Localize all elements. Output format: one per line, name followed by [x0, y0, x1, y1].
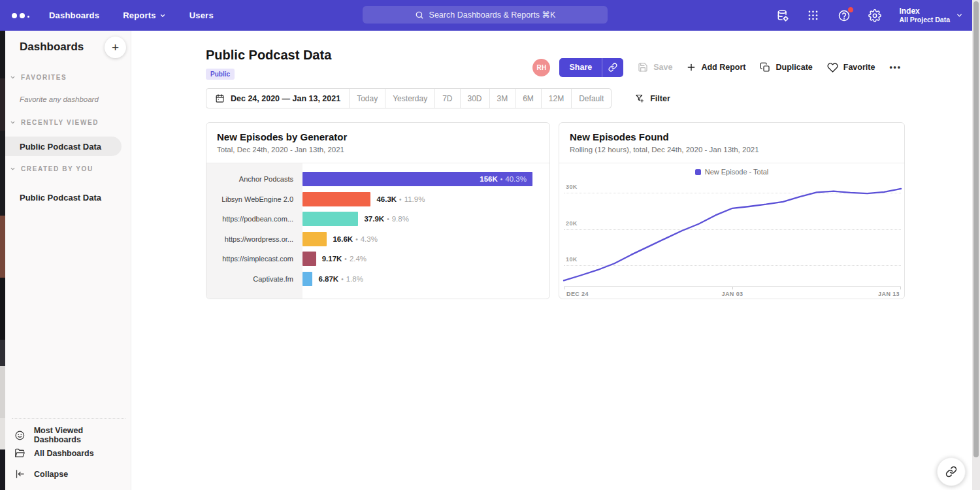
most-viewed-dashboards-label: Most Viewed Dashboards [34, 426, 131, 444]
sidebar: Dashboards + FAVORITES Favorite any dash… [5, 31, 131, 490]
search-placeholder: Search Dashboards & Reports ⌘K [429, 10, 556, 20]
preset-default[interactable]: Default [571, 89, 611, 108]
chevron-down-icon [10, 166, 16, 172]
nav-dashboards[interactable]: Dashboards [49, 10, 99, 20]
line-chart-subtitle: Rolling (12 hours), total, Dec 24th, 202… [570, 146, 894, 154]
date-filter-toolbar: Dec 24, 2020 — Jan 13, 2021 Today Yester… [206, 88, 670, 108]
settings-gear-icon[interactable] [868, 9, 881, 22]
bar-row-podbean: https://podbean.com... 37.9K•9.8% [206, 212, 541, 226]
preset-30d[interactable]: 30D [460, 89, 489, 108]
bar-chart-plot: Anchor Podcasts 156K•40.3% Libsyn WebEng… [206, 163, 549, 299]
bar-captivate [302, 272, 312, 286]
bar-value-label: 156K•40.3% [480, 175, 532, 183]
plus-icon [687, 63, 696, 72]
data-sources-icon[interactable] [776, 9, 789, 22]
filter-funnel-icon [635, 93, 645, 103]
section-recently-viewed[interactable]: RECENTLY VIEWED [10, 119, 99, 126]
section-created-by-you-label: CREATED BY YOU [21, 165, 93, 172]
bar-chart-header: New Episodes by Generator Total, Dec 24t… [206, 123, 549, 163]
preset-3m[interactable]: 3M [489, 89, 515, 108]
bar-category-label: Captivate.fm [206, 275, 302, 283]
sidebar-item-public-podcast-data[interactable]: Public Podcast Data [5, 137, 122, 156]
share-split-button: Share [559, 58, 623, 77]
line-chart-card: New Episodes Found Rolling (12 hours), t… [559, 122, 905, 299]
xtick-jan13: JAN 13 [878, 291, 900, 297]
floating-link-button[interactable] [937, 457, 966, 486]
nav-dashboards-label: Dashboards [49, 10, 99, 20]
chart-legend: New Episode - Total [559, 168, 904, 176]
sidebar-item-public-podcast-data-created[interactable]: Public Podcast Data [5, 188, 122, 207]
bar-chart-title: New Episodes by Generator [217, 131, 539, 142]
all-dashboards-label: All Dashboards [34, 449, 94, 458]
section-created-by-you[interactable]: CREATED BY YOU [10, 165, 93, 172]
nav-users[interactable]: Users [189, 10, 214, 20]
bar-value-label: 37.9K•9.8% [364, 215, 408, 223]
bar-category-label: Libsyn WebEngine 2.0 [206, 195, 302, 203]
xtick-mark [564, 287, 564, 289]
bar-row-simplecast: https://simplecast.com 9.17K•2.4% [206, 252, 541, 266]
new-dashboard-button[interactable]: + [105, 37, 126, 58]
preset-yesterday[interactable]: Yesterday [385, 89, 434, 108]
search-input[interactable]: Search Dashboards & Reports ⌘K [363, 6, 608, 24]
preset-7d[interactable]: 7D [434, 89, 459, 108]
nav-users-label: Users [189, 10, 214, 20]
bar-row-wordpress: https://wordpress.or... 16.6K•4.3% [206, 232, 541, 246]
workspace-switcher[interactable]: Index All Project Data [899, 7, 963, 24]
preset-12m[interactable]: 12M [541, 89, 571, 108]
bar-row-libsyn: Libsyn WebEngine 2.0 46.3K•11.9% [206, 192, 541, 206]
share-label: Share [569, 63, 592, 72]
share-link-button[interactable] [602, 58, 623, 77]
nav-reports[interactable]: Reports [123, 10, 166, 20]
date-range-picker[interactable]: Dec 24, 2020 — Jan 13, 2021 [206, 89, 349, 108]
scrollbar-thumb[interactable] [973, 1, 979, 457]
collapse-label: Collapse [34, 470, 68, 479]
preset-today[interactable]: Today [349, 89, 385, 108]
folder-icon [14, 448, 25, 459]
favorite-button[interactable]: Favorite [827, 62, 875, 73]
section-recently-viewed-label: RECENTLY VIEWED [21, 119, 99, 126]
preset-6m[interactable]: 6M [515, 89, 541, 108]
duplicate-icon [760, 62, 770, 73]
more-options-button[interactable]: ••• [889, 63, 902, 72]
main-content: Public Podcast Data Public RH Share Save… [131, 31, 972, 490]
bar-category-label: Anchor Podcasts [206, 175, 302, 183]
apps-grid-icon[interactable] [807, 9, 820, 22]
share-button[interactable]: Share [559, 58, 602, 77]
sidebar-item-label: Public Podcast Data [20, 142, 101, 152]
public-badge: Public [206, 69, 235, 80]
filter-label: Filter [650, 94, 670, 103]
line-chart-body: New Episode - Total 30K 20K 10K DEC 24 J… [559, 163, 904, 299]
line-chart-title: New Episodes Found [570, 131, 894, 142]
sidebar-footer-divider [12, 418, 125, 419]
line-chart-header: New Episodes Found Rolling (12 hours), t… [559, 123, 904, 163]
app-logo-icon[interactable] [12, 13, 29, 18]
notification-badge [848, 7, 853, 12]
line-series [564, 177, 901, 286]
bar-chart-card: New Episodes by Generator Total, Dec 24t… [206, 122, 550, 299]
legend-swatch [695, 169, 701, 175]
bar-value-label: 6.87K•1.8% [318, 275, 363, 283]
xtick-mark [732, 287, 733, 289]
all-dashboards-item[interactable]: All Dashboards [14, 448, 94, 459]
duplicate-label: Duplicate [776, 63, 812, 72]
collapse-icon [14, 468, 25, 480]
section-favorites-label: FAVORITES [21, 74, 67, 81]
duplicate-button[interactable]: Duplicate [760, 62, 812, 73]
save-button[interactable]: Save [638, 62, 672, 73]
section-favorites[interactable]: FAVORITES [10, 74, 67, 81]
navbar-right: Index All Project Data [776, 0, 963, 31]
save-icon [638, 62, 648, 73]
bar-category-label: https://wordpress.or... [206, 235, 302, 243]
sidebar-item-label: Public Podcast Data [20, 193, 101, 203]
add-report-button[interactable]: Add Report [687, 63, 745, 72]
collapse-sidebar-item[interactable]: Collapse [14, 468, 68, 480]
save-label: Save [653, 63, 672, 72]
heart-icon [827, 62, 838, 73]
chevron-down-icon [10, 120, 16, 125]
avatar[interactable]: RH [532, 59, 550, 76]
bar-libsyn [302, 192, 370, 206]
nav-links: Dashboards Reports Users [49, 10, 214, 20]
filter-button[interactable]: Filter [635, 93, 670, 103]
most-viewed-dashboards-item[interactable]: Most Viewed Dashboards [14, 426, 131, 444]
help-icon[interactable] [838, 9, 851, 22]
